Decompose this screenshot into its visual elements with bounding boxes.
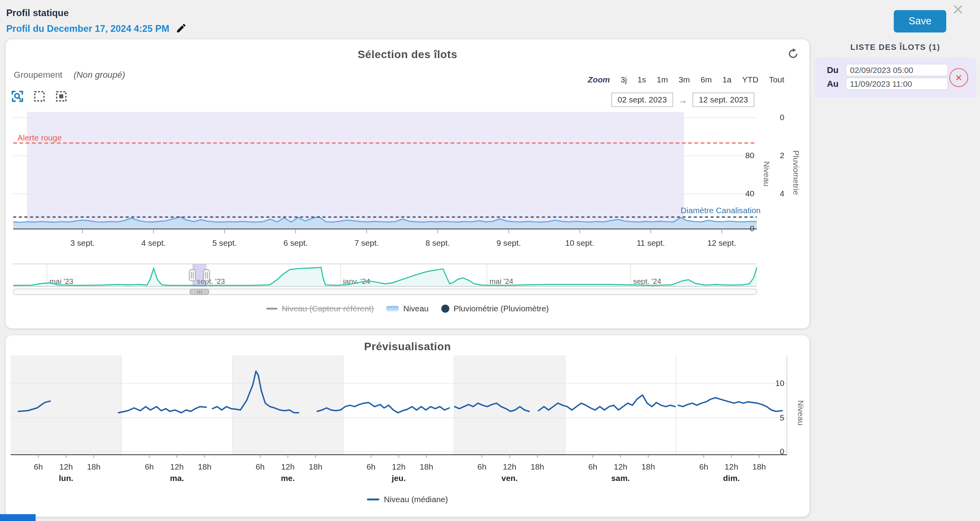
x-tick-label: 9 sept. — [497, 238, 521, 247]
x-tick-label: 7 sept. — [354, 238, 379, 247]
hour-tick-label: 12h — [614, 462, 627, 471]
preview-y-tick: 5 — [780, 413, 785, 422]
hour-tick-label: 12h — [503, 462, 517, 471]
legend-label: Pluviométrie (Pluviomètre) — [454, 304, 549, 313]
preview-chart-legend: Niveau (médiane) — [5, 495, 809, 504]
delete-ilot-button[interactable]: ✕ — [949, 68, 968, 87]
preview-y-tick: 0 — [780, 447, 785, 456]
scrollbar-track — [13, 289, 757, 294]
x-tick-label: 11 sept. — [637, 238, 665, 247]
legend-item[interactable]: Pluviométrie (Pluviomètre) — [441, 304, 549, 313]
x-tick-label: 4 sept. — [141, 238, 166, 247]
hour-tick-label: 12h — [392, 462, 406, 471]
pluvio-tick: 2 — [780, 151, 785, 160]
hour-tick-label: 18h — [198, 462, 211, 471]
chat-widget-partial[interactable] — [0, 514, 36, 521]
x-tick-label: 10 sept. — [565, 238, 594, 247]
hour-tick-label: 6h — [256, 462, 265, 471]
ilots-panel: LISTE DES ÎLOTS (1) Du Au ✕ — [814, 38, 976, 98]
legend-item[interactable]: Niveau (Capteur référent) — [266, 304, 374, 313]
zoom-button-1m[interactable]: 1m — [657, 75, 668, 84]
zoom-button-3j[interactable]: 3j — [621, 75, 627, 84]
hour-tick-label: 18h — [641, 462, 655, 471]
legend-item[interactable]: Niveau — [386, 304, 428, 313]
selection-chart-title: Sélection des îlots — [5, 48, 809, 61]
zoom-button-1s[interactable]: 1s — [638, 75, 646, 84]
zoom-button-1a[interactable]: 1a — [723, 75, 732, 84]
zoom-button-6m[interactable]: 6m — [701, 75, 712, 84]
profile-link-row: Profil du December 17, 2024 4:25 PM — [6, 22, 187, 34]
legend-label: Niveau (Capteur référent) — [282, 304, 374, 313]
close-icon[interactable]: × — [953, 0, 964, 20]
main-chart-legend: Niveau (Capteur référent)NiveauPluviomét… — [5, 304, 809, 313]
hour-tick-label: 12h — [725, 462, 738, 471]
selection-chart-card: Sélection des îlots Groupement (Non grou… — [5, 39, 809, 328]
legend-label: Niveau — [403, 304, 428, 313]
area-marker-icon — [386, 306, 399, 311]
page: Profil statique Profil du December 17, 2… — [0, 0, 980, 521]
navigator-handle — [189, 270, 195, 281]
day-label: ven. — [501, 473, 517, 483]
pencil-icon[interactable] — [176, 22, 187, 34]
day-label: jeu. — [392, 473, 406, 483]
main-chart-plot[interactable]: Alerte rougeDiamètre Canalisation3 sept.… — [5, 102, 809, 252]
preview-y-tick: 10 — [775, 378, 784, 388]
select-filled-area-icon[interactable] — [55, 90, 68, 103]
hour-tick-label: 18h — [530, 462, 544, 471]
line-marker-icon — [266, 308, 277, 310]
hour-tick-label: 6h — [477, 462, 486, 471]
au-input[interactable] — [845, 78, 948, 90]
circle-marker-icon — [441, 305, 449, 313]
ilots-panel-title: LISTE DES ÎLOTS (1) — [814, 42, 976, 52]
hour-tick-label: 6h — [366, 462, 375, 471]
niveau-axis-title: Niveau — [762, 161, 771, 186]
line-marker-icon — [367, 499, 379, 501]
save-button[interactable]: Save — [894, 10, 946, 32]
hour-tick-label: 12h — [59, 462, 73, 471]
day-band — [11, 355, 122, 455]
niveau-tick: 40 — [745, 189, 754, 198]
zoom-button-ytd[interactable]: YTD — [742, 75, 758, 84]
page-title: Profil statique — [6, 7, 69, 18]
ilot-item: Du Au ✕ — [814, 58, 976, 98]
chart-toolbar — [11, 90, 68, 103]
profile-date-link[interactable]: Profil du December 17, 2024 4:25 PM — [6, 23, 169, 33]
day-label: me. — [281, 473, 295, 483]
hour-tick-label: 6h — [699, 462, 708, 471]
preview-chart-plot[interactable]: 6h12h18hlun.6h12h18hma.6h12h18hme.6h12h1… — [5, 353, 809, 488]
zoom-button-3m[interactable]: 3m — [679, 75, 690, 84]
day-label: lun. — [59, 473, 73, 483]
hour-tick-label: 6h — [588, 462, 597, 471]
navigator-label: mai '24 — [489, 277, 513, 285]
day-label: ma. — [170, 473, 184, 483]
groupement-value: (Non groupé) — [74, 69, 125, 79]
preview-axis-title: Niveau — [796, 400, 805, 425]
du-label: Du — [827, 65, 842, 75]
navigator[interactable]: mai '23sept. '23janv. '24mai '24sept. '2… — [5, 255, 809, 311]
app: Profil statique Profil du December 17, 2… — [0, 0, 980, 521]
day-band — [232, 355, 343, 455]
hour-tick-label: 18h — [752, 462, 766, 471]
range-selector: Zoom 3j1s1m3m6m1aYTDTout — [588, 75, 784, 84]
alerte-rouge-label: Alerte rouge — [18, 133, 62, 142]
hour-tick-label: 18h — [87, 462, 101, 471]
x-tick-label: 3 sept. — [70, 238, 95, 247]
preview-chart-title: Prévisualisation — [5, 340, 809, 353]
zoom-area-icon[interactable] — [11, 90, 24, 103]
diametre-canalisation-label: Diamètre Canalisation — [681, 206, 761, 215]
du-input[interactable] — [845, 64, 948, 76]
x-tick-label: 6 sept. — [283, 238, 308, 247]
zoom-label: Zoom — [588, 75, 610, 84]
legend-item[interactable]: Niveau (médiane) — [367, 495, 448, 504]
ilot-period-band — [27, 112, 684, 229]
hour-tick-label: 12h — [170, 462, 184, 471]
niveau-tick: 0 — [750, 224, 754, 233]
x-tick-label: 5 sept. — [212, 238, 237, 247]
pluvio-tick: 0 — [780, 113, 785, 122]
legend-label: Niveau (médiane) — [384, 495, 448, 504]
preview-chart-card: Prévisualisation 6h12h18hlun.6h12h18hma.… — [5, 335, 809, 517]
x-tick-label: 8 sept. — [425, 238, 450, 247]
zoom-button-tout[interactable]: Tout — [769, 75, 784, 84]
select-area-icon[interactable] — [33, 90, 46, 103]
hour-tick-label: 6h — [34, 462, 43, 471]
